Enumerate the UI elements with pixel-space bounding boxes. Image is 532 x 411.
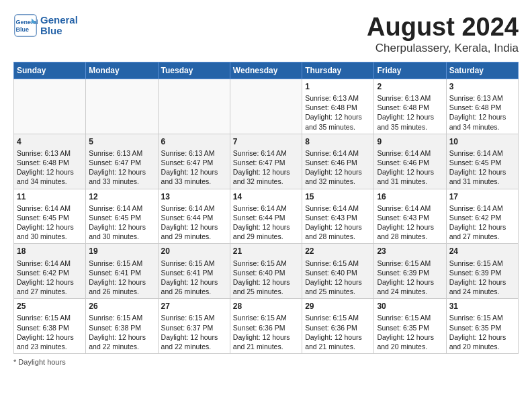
day-number: 31: [449, 301, 515, 312]
calendar-day-cell: 19Sunrise: 6:15 AM Sunset: 6:41 PM Dayli…: [86, 244, 158, 299]
day-number: 26: [89, 301, 154, 312]
calendar-day-cell: 8Sunrise: 6:14 AM Sunset: 6:46 PM Daylig…: [302, 134, 374, 189]
day-number: 28: [233, 301, 299, 312]
calendar-day-cell: 12Sunrise: 6:14 AM Sunset: 6:45 PM Dayli…: [86, 189, 158, 244]
calendar-week-row: 18Sunrise: 6:14 AM Sunset: 6:42 PM Dayli…: [14, 244, 519, 299]
day-info: Sunrise: 6:13 AM Sunset: 6:48 PM Dayligh…: [449, 93, 515, 132]
day-info: Sunrise: 6:13 AM Sunset: 6:47 PM Dayligh…: [161, 148, 227, 187]
day-info: Sunrise: 6:13 AM Sunset: 6:47 PM Dayligh…: [89, 148, 154, 187]
calendar-day-cell: 7Sunrise: 6:14 AM Sunset: 6:47 PM Daylig…: [230, 134, 302, 189]
calendar-day-cell: 25Sunrise: 6:15 AM Sunset: 6:38 PM Dayli…: [14, 299, 86, 354]
day-number: 1: [305, 81, 371, 92]
calendar-day-cell: 16Sunrise: 6:14 AM Sunset: 6:43 PM Dayli…: [374, 189, 446, 244]
day-info: Sunrise: 6:13 AM Sunset: 6:48 PM Dayligh…: [377, 93, 443, 132]
day-info: Sunrise: 6:15 AM Sunset: 6:41 PM Dayligh…: [161, 259, 227, 297]
day-number: 6: [161, 136, 227, 147]
day-number: 27: [161, 301, 227, 312]
calendar-day-cell: 1Sunrise: 6:13 AM Sunset: 6:48 PM Daylig…: [302, 79, 374, 134]
day-info: Sunrise: 6:15 AM Sunset: 6:41 PM Dayligh…: [89, 259, 154, 297]
day-info: Sunrise: 6:14 AM Sunset: 6:43 PM Dayligh…: [377, 203, 443, 242]
calendar-day-cell: 29Sunrise: 6:15 AM Sunset: 6:36 PM Dayli…: [302, 299, 374, 354]
day-number: 15: [305, 191, 371, 202]
day-info: Sunrise: 6:14 AM Sunset: 6:45 PM Dayligh…: [449, 148, 515, 187]
calendar-table: SundayMondayTuesdayWednesdayThursdayFrid…: [13, 62, 519, 354]
calendar-day-header: Tuesday: [158, 62, 230, 79]
calendar-day-cell: 4Sunrise: 6:13 AM Sunset: 6:48 PM Daylig…: [14, 134, 86, 189]
calendar-day-cell: 17Sunrise: 6:14 AM Sunset: 6:42 PM Dayli…: [446, 189, 518, 244]
calendar-day-cell: 24Sunrise: 6:15 AM Sunset: 6:39 PM Dayli…: [446, 244, 518, 299]
day-number: 2: [377, 81, 443, 92]
day-info: Sunrise: 6:13 AM Sunset: 6:48 PM Dayligh…: [305, 93, 371, 132]
day-number: 16: [377, 191, 443, 202]
day-number: 30: [377, 301, 443, 312]
day-info: Sunrise: 6:14 AM Sunset: 6:43 PM Dayligh…: [305, 203, 371, 242]
calendar-day-cell: 5Sunrise: 6:13 AM Sunset: 6:47 PM Daylig…: [86, 134, 158, 189]
footnote: * Daylight hours: [13, 358, 519, 366]
day-info: Sunrise: 6:15 AM Sunset: 6:38 PM Dayligh…: [17, 313, 83, 351]
day-info: Sunrise: 6:15 AM Sunset: 6:35 PM Dayligh…: [377, 313, 443, 351]
calendar-day-cell: 22Sunrise: 6:15 AM Sunset: 6:40 PM Dayli…: [302, 244, 374, 299]
logo: General Blue GeneralBlue: [13, 13, 78, 38]
day-number: 12: [89, 191, 154, 202]
day-info: Sunrise: 6:14 AM Sunset: 6:45 PM Dayligh…: [17, 203, 83, 242]
day-info: Sunrise: 6:15 AM Sunset: 6:38 PM Dayligh…: [89, 313, 154, 351]
day-info: Sunrise: 6:14 AM Sunset: 6:44 PM Dayligh…: [233, 203, 299, 242]
day-info: Sunrise: 6:14 AM Sunset: 6:47 PM Dayligh…: [233, 148, 299, 187]
calendar-header-row: SundayMondayTuesdayWednesdayThursdayFrid…: [14, 62, 519, 79]
calendar-week-row: 25Sunrise: 6:15 AM Sunset: 6:38 PM Dayli…: [14, 299, 519, 354]
calendar-week-row: 4Sunrise: 6:13 AM Sunset: 6:48 PM Daylig…: [14, 134, 519, 189]
calendar-day-cell: 26Sunrise: 6:15 AM Sunset: 6:38 PM Dayli…: [86, 299, 158, 354]
day-info: Sunrise: 6:13 AM Sunset: 6:48 PM Dayligh…: [17, 148, 83, 187]
day-info: Sunrise: 6:15 AM Sunset: 6:36 PM Dayligh…: [233, 313, 299, 351]
svg-text:Blue: Blue: [16, 26, 30, 33]
day-number: 21: [233, 246, 299, 257]
calendar-day-header: Saturday: [446, 62, 518, 79]
day-number: 3: [449, 81, 515, 92]
calendar-day-cell: 3Sunrise: 6:13 AM Sunset: 6:48 PM Daylig…: [446, 79, 518, 134]
calendar-empty-cell: [158, 79, 230, 134]
day-number: 14: [233, 191, 299, 202]
day-number: 13: [161, 191, 227, 202]
calendar-day-cell: 11Sunrise: 6:14 AM Sunset: 6:45 PM Dayli…: [14, 189, 86, 244]
calendar-day-header: Wednesday: [230, 62, 302, 79]
day-number: 20: [161, 246, 227, 257]
day-info: Sunrise: 6:14 AM Sunset: 6:44 PM Dayligh…: [161, 203, 227, 242]
day-number: 22: [305, 246, 371, 257]
day-info: Sunrise: 6:15 AM Sunset: 6:40 PM Dayligh…: [305, 259, 371, 297]
day-number: 10: [449, 136, 515, 147]
day-number: 11: [17, 191, 83, 202]
day-info: Sunrise: 6:14 AM Sunset: 6:45 PM Dayligh…: [89, 203, 154, 242]
day-info: Sunrise: 6:15 AM Sunset: 6:35 PM Dayligh…: [449, 313, 515, 351]
day-number: 8: [305, 136, 371, 147]
calendar-day-header: Monday: [86, 62, 158, 79]
calendar-empty-cell: [230, 79, 302, 134]
day-number: 18: [17, 246, 83, 257]
day-info: Sunrise: 6:15 AM Sunset: 6:39 PM Dayligh…: [377, 259, 443, 297]
calendar-week-row: 1Sunrise: 6:13 AM Sunset: 6:48 PM Daylig…: [14, 79, 519, 134]
calendar-day-cell: 14Sunrise: 6:14 AM Sunset: 6:44 PM Dayli…: [230, 189, 302, 244]
calendar-day-cell: 15Sunrise: 6:14 AM Sunset: 6:43 PM Dayli…: [302, 189, 374, 244]
day-info: Sunrise: 6:15 AM Sunset: 6:40 PM Dayligh…: [233, 259, 299, 297]
calendar-day-header: Thursday: [302, 62, 374, 79]
day-number: 4: [17, 136, 83, 147]
day-number: 9: [377, 136, 443, 147]
calendar-day-cell: 20Sunrise: 6:15 AM Sunset: 6:41 PM Dayli…: [158, 244, 230, 299]
day-number: 24: [449, 246, 515, 257]
calendar-day-header: Friday: [374, 62, 446, 79]
day-number: 7: [233, 136, 299, 147]
day-info: Sunrise: 6:15 AM Sunset: 6:36 PM Dayligh…: [305, 313, 371, 351]
day-info: Sunrise: 6:14 AM Sunset: 6:42 PM Dayligh…: [449, 203, 515, 242]
location: Cherpulassery, Kerala, India: [367, 42, 519, 55]
calendar-day-cell: 9Sunrise: 6:14 AM Sunset: 6:46 PM Daylig…: [374, 134, 446, 189]
day-number: 19: [89, 246, 154, 257]
day-info: Sunrise: 6:14 AM Sunset: 6:42 PM Dayligh…: [17, 259, 83, 297]
day-number: 23: [377, 246, 443, 257]
calendar-day-cell: 6Sunrise: 6:13 AM Sunset: 6:47 PM Daylig…: [158, 134, 230, 189]
day-info: Sunrise: 6:14 AM Sunset: 6:46 PM Dayligh…: [377, 148, 443, 187]
calendar-day-cell: 21Sunrise: 6:15 AM Sunset: 6:40 PM Dayli…: [230, 244, 302, 299]
day-number: 17: [449, 191, 515, 202]
month-year: August 2024: [367, 13, 519, 42]
calendar-day-cell: 23Sunrise: 6:15 AM Sunset: 6:39 PM Dayli…: [374, 244, 446, 299]
logo-text: GeneralBlue: [40, 15, 78, 37]
calendar-day-cell: 2Sunrise: 6:13 AM Sunset: 6:48 PM Daylig…: [374, 79, 446, 134]
